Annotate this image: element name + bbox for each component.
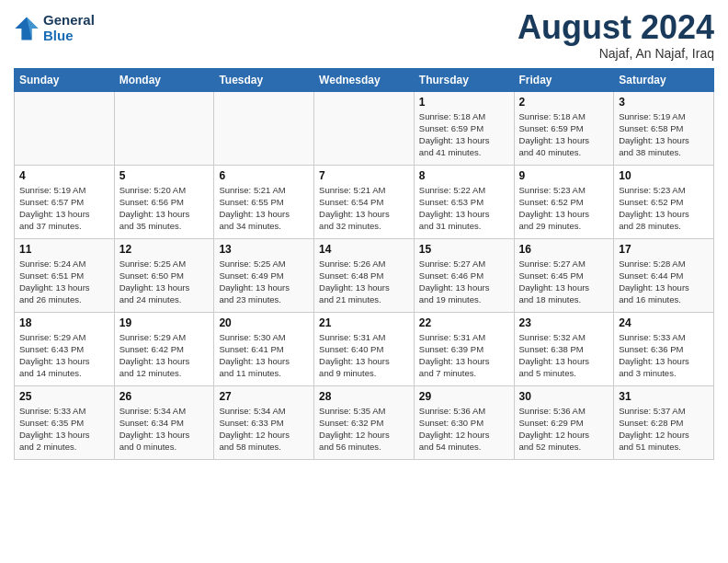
calendar-cell: 29Sunrise: 5:36 AM Sunset: 6:30 PM Dayli… [414, 385, 514, 459]
day-info: Sunrise: 5:20 AM Sunset: 6:56 PM Dayligh… [119, 184, 210, 233]
day-number: 8 [419, 169, 509, 182]
day-number: 21 [319, 316, 409, 329]
calendar-cell: 12Sunrise: 5:25 AM Sunset: 6:50 PM Dayli… [114, 238, 214, 312]
day-info: Sunrise: 5:18 AM Sunset: 6:59 PM Dayligh… [419, 110, 509, 159]
calendar-cell: 23Sunrise: 5:32 AM Sunset: 6:38 PM Dayli… [514, 312, 614, 385]
calendar-table: SundayMondayTuesdayWednesdayThursdayFrid… [14, 68, 714, 460]
calendar-cell: 18Sunrise: 5:29 AM Sunset: 6:43 PM Dayli… [15, 312, 115, 385]
day-number: 4 [19, 169, 109, 182]
day-info: Sunrise: 5:36 AM Sunset: 6:29 PM Dayligh… [519, 405, 609, 454]
calendar-cell: 6Sunrise: 5:21 AM Sunset: 6:55 PM Daylig… [214, 165, 314, 238]
calendar-cell: 13Sunrise: 5:25 AM Sunset: 6:49 PM Dayli… [214, 238, 314, 312]
day-number: 19 [119, 316, 210, 329]
day-info: Sunrise: 5:27 AM Sunset: 6:46 PM Dayligh… [419, 258, 509, 306]
day-number: 31 [619, 390, 709, 403]
col-header-tuesday: Tuesday [214, 68, 314, 91]
calendar-cell: 17Sunrise: 5:28 AM Sunset: 6:44 PM Dayli… [614, 238, 714, 312]
header: General Blue August 2024 Najaf, An Najaf… [14, 9, 714, 61]
day-info: Sunrise: 5:24 AM Sunset: 6:51 PM Dayligh… [19, 258, 109, 306]
calendar-cell: 3Sunrise: 5:19 AM Sunset: 6:58 PM Daylig… [614, 91, 714, 165]
day-info: Sunrise: 5:32 AM Sunset: 6:38 PM Dayligh… [519, 331, 609, 380]
day-number: 13 [219, 243, 309, 256]
calendar-cell: 14Sunrise: 5:26 AM Sunset: 6:48 PM Dayli… [314, 238, 415, 312]
calendar-cell: 25Sunrise: 5:33 AM Sunset: 6:35 PM Dayli… [15, 385, 115, 459]
calendar-cell: 1Sunrise: 5:18 AM Sunset: 6:59 PM Daylig… [414, 91, 514, 165]
day-number: 16 [519, 243, 609, 256]
calendar-cell: 2Sunrise: 5:18 AM Sunset: 6:59 PM Daylig… [514, 91, 614, 165]
day-number: 5 [119, 169, 210, 182]
logo: General Blue [14, 13, 95, 43]
day-info: Sunrise: 5:21 AM Sunset: 6:54 PM Dayligh… [319, 184, 409, 233]
day-info: Sunrise: 5:26 AM Sunset: 6:48 PM Dayligh… [319, 258, 409, 306]
calendar-week-3: 11Sunrise: 5:24 AM Sunset: 6:51 PM Dayli… [15, 238, 714, 312]
logo-line1: General [43, 13, 95, 29]
calendar-cell: 20Sunrise: 5:30 AM Sunset: 6:41 PM Dayli… [214, 312, 314, 385]
day-number: 25 [19, 390, 109, 403]
day-number: 11 [19, 243, 109, 256]
col-header-thursday: Thursday [414, 68, 514, 91]
day-info: Sunrise: 5:27 AM Sunset: 6:45 PM Dayligh… [519, 258, 609, 306]
day-info: Sunrise: 5:21 AM Sunset: 6:55 PM Dayligh… [219, 184, 309, 233]
calendar-cell: 9Sunrise: 5:23 AM Sunset: 6:52 PM Daylig… [514, 165, 614, 238]
day-number: 9 [519, 169, 609, 182]
day-info: Sunrise: 5:19 AM Sunset: 6:57 PM Dayligh… [19, 184, 109, 233]
calendar-cell: 7Sunrise: 5:21 AM Sunset: 6:54 PM Daylig… [314, 165, 415, 238]
day-info: Sunrise: 5:29 AM Sunset: 6:42 PM Dayligh… [119, 331, 210, 380]
day-info: Sunrise: 5:33 AM Sunset: 6:35 PM Dayligh… [19, 405, 109, 454]
col-header-wednesday: Wednesday [314, 68, 415, 91]
day-info: Sunrise: 5:31 AM Sunset: 6:40 PM Dayligh… [319, 331, 409, 380]
calendar-cell: 4Sunrise: 5:19 AM Sunset: 6:57 PM Daylig… [15, 165, 115, 238]
day-info: Sunrise: 5:35 AM Sunset: 6:32 PM Dayligh… [319, 405, 409, 454]
calendar-cell: 21Sunrise: 5:31 AM Sunset: 6:40 PM Dayli… [314, 312, 415, 385]
day-number: 10 [619, 169, 709, 182]
day-number: 3 [619, 96, 709, 109]
calendar-week-5: 25Sunrise: 5:33 AM Sunset: 6:35 PM Dayli… [15, 385, 714, 459]
day-info: Sunrise: 5:31 AM Sunset: 6:39 PM Dayligh… [419, 331, 509, 380]
day-number: 6 [219, 169, 309, 182]
title-area: August 2024 Najaf, An Najaf, Iraq [518, 9, 714, 61]
day-number: 2 [519, 96, 609, 109]
day-number: 27 [219, 390, 309, 403]
day-info: Sunrise: 5:36 AM Sunset: 6:30 PM Dayligh… [419, 405, 509, 454]
day-info: Sunrise: 5:33 AM Sunset: 6:36 PM Dayligh… [619, 331, 709, 380]
col-header-friday: Friday [514, 68, 614, 91]
day-number: 14 [319, 243, 409, 256]
col-header-sunday: Sunday [15, 68, 115, 91]
logo-icon [14, 16, 40, 41]
calendar-cell: 26Sunrise: 5:34 AM Sunset: 6:34 PM Dayli… [114, 385, 214, 459]
day-info: Sunrise: 5:25 AM Sunset: 6:50 PM Dayligh… [119, 258, 210, 306]
day-info: Sunrise: 5:19 AM Sunset: 6:58 PM Dayligh… [619, 110, 709, 159]
calendar-cell: 5Sunrise: 5:20 AM Sunset: 6:56 PM Daylig… [114, 165, 214, 238]
day-info: Sunrise: 5:18 AM Sunset: 6:59 PM Dayligh… [519, 110, 609, 159]
day-info: Sunrise: 5:37 AM Sunset: 6:28 PM Dayligh… [619, 405, 709, 454]
calendar-week-1: 1Sunrise: 5:18 AM Sunset: 6:59 PM Daylig… [15, 91, 714, 165]
calendar-cell [314, 91, 415, 165]
col-header-monday: Monday [114, 68, 214, 91]
calendar-cell [214, 91, 314, 165]
day-info: Sunrise: 5:25 AM Sunset: 6:49 PM Dayligh… [219, 258, 309, 306]
calendar-cell: 28Sunrise: 5:35 AM Sunset: 6:32 PM Dayli… [314, 385, 415, 459]
day-number: 20 [219, 316, 309, 329]
day-number: 28 [319, 390, 409, 403]
calendar-week-4: 18Sunrise: 5:29 AM Sunset: 6:43 PM Dayli… [15, 312, 714, 385]
day-info: Sunrise: 5:34 AM Sunset: 6:33 PM Dayligh… [219, 405, 309, 454]
col-header-saturday: Saturday [614, 68, 714, 91]
calendar-cell: 15Sunrise: 5:27 AM Sunset: 6:46 PM Dayli… [414, 238, 514, 312]
day-number: 23 [519, 316, 609, 329]
logo-line2: Blue [43, 29, 95, 44]
calendar-cell: 24Sunrise: 5:33 AM Sunset: 6:36 PM Dayli… [614, 312, 714, 385]
day-number: 17 [619, 243, 709, 256]
calendar-cell: 10Sunrise: 5:23 AM Sunset: 6:52 PM Dayli… [614, 165, 714, 238]
calendar-cell [114, 91, 214, 165]
day-number: 30 [519, 390, 609, 403]
calendar-cell: 16Sunrise: 5:27 AM Sunset: 6:45 PM Dayli… [514, 238, 614, 312]
location: Najaf, An Najaf, Iraq [518, 46, 714, 61]
day-number: 22 [419, 316, 509, 329]
day-number: 7 [319, 169, 409, 182]
calendar-cell: 27Sunrise: 5:34 AM Sunset: 6:33 PM Dayli… [214, 385, 314, 459]
day-number: 15 [419, 243, 509, 256]
calendar-cell [15, 91, 115, 165]
calendar-cell: 11Sunrise: 5:24 AM Sunset: 6:51 PM Dayli… [15, 238, 115, 312]
day-info: Sunrise: 5:34 AM Sunset: 6:34 PM Dayligh… [119, 405, 210, 454]
day-info: Sunrise: 5:30 AM Sunset: 6:41 PM Dayligh… [219, 331, 309, 380]
